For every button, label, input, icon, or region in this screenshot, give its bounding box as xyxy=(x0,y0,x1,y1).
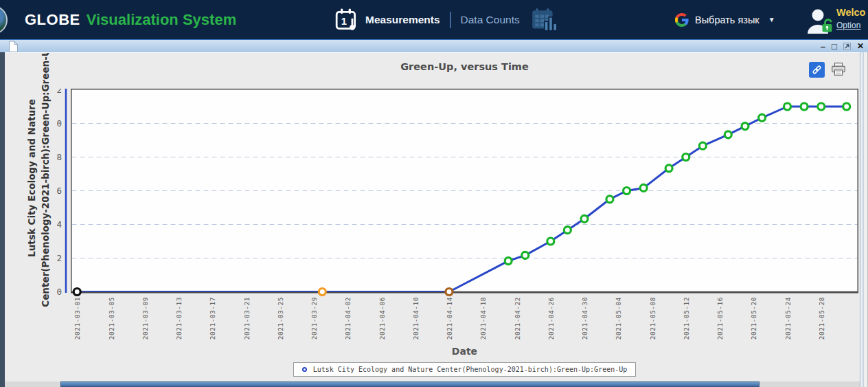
x-tick-label: 2021-03-01 xyxy=(73,297,81,340)
x-tick-label: 2021-03-05 xyxy=(108,297,115,340)
series-legend[interactable]: Lutsk City Ecology and Nature Center(Phe… xyxy=(293,362,637,377)
x-tick-label: 2021-04-02 xyxy=(344,297,352,340)
nav-item-data-counts-icon[interactable] xyxy=(529,7,558,33)
horizontal-scrollbar xyxy=(5,382,860,387)
x-axis-label: Date xyxy=(71,346,858,357)
welcome-text: Welco xyxy=(836,7,868,18)
options-link[interactable]: Option xyxy=(836,21,860,30)
language-label: Выбрать язык xyxy=(695,14,760,25)
left-edge-strip xyxy=(0,52,5,387)
avatar-unlocked-icon xyxy=(805,6,834,35)
nav-divider xyxy=(450,12,451,28)
svg-text:1: 1 xyxy=(341,16,347,27)
x-tick-label: 2021-05-12 xyxy=(683,297,690,340)
brand-product: Visualization System xyxy=(87,11,236,29)
data-point-marker[interactable] xyxy=(640,184,647,191)
y-tick-label: 24 xyxy=(57,219,62,230)
restore-window-icon[interactable] xyxy=(843,43,851,50)
data-point-marker[interactable] xyxy=(699,142,706,149)
minimize-button[interactable]: – xyxy=(821,40,825,53)
data-point-marker[interactable] xyxy=(446,289,453,296)
y-tick-label: 0 xyxy=(57,287,62,297)
data-point-marker[interactable] xyxy=(759,114,766,121)
data-point-marker[interactable] xyxy=(505,258,512,265)
y-axis-label: Lutsk City Ecology and Nature Center(Phe… xyxy=(25,52,52,371)
calendar-chart-icon xyxy=(529,7,558,33)
y-tick-label: 48 xyxy=(57,152,62,162)
nav-label-measurements: Measurements xyxy=(365,14,440,26)
x-tick-label: 2021-03-25 xyxy=(277,297,284,340)
page-icon xyxy=(8,41,19,53)
data-point-marker[interactable] xyxy=(564,227,571,234)
chart-title: Green-Up, versus Time xyxy=(71,61,858,72)
data-point-marker[interactable] xyxy=(665,165,672,172)
x-tick-label: 2021-04-10 xyxy=(412,297,420,340)
language-selector[interactable]: Выбрать язык ▼ xyxy=(675,0,775,39)
data-point-marker[interactable] xyxy=(624,188,630,195)
y-tick-label: 60 xyxy=(57,118,62,129)
data-point-marker[interactable] xyxy=(801,103,808,110)
globe-logo-icon xyxy=(0,5,8,34)
x-tick-label: 2021-04-18 xyxy=(479,297,487,340)
data-point-marker[interactable] xyxy=(724,131,731,138)
y-tick-label: 72 xyxy=(57,89,62,95)
data-point-marker[interactable] xyxy=(73,289,80,296)
horizontal-scrollbar-thumb[interactable] xyxy=(60,382,760,387)
chevron-down-icon: ▼ xyxy=(768,16,775,23)
x-tick-label: 2021-03-13 xyxy=(175,297,183,340)
x-tick-label: 2021-03-17 xyxy=(209,297,216,340)
x-tick-label: 2021-03-29 xyxy=(310,297,318,340)
main-nav: 1 Measurements Data Counts xyxy=(334,0,558,39)
x-tick-label: 2021-05-20 xyxy=(750,297,757,340)
x-tick-label: 2021-04-22 xyxy=(514,297,521,340)
app-header: GLOBE Visualization System 1 Measurement… xyxy=(0,0,868,39)
share-link-button[interactable] xyxy=(809,62,825,78)
x-tick-label: 2021-04-30 xyxy=(581,297,589,340)
chart-panel: Green-Up, versus Time Genus: Betula, Spe… xyxy=(5,52,860,382)
close-button[interactable]: ✕ xyxy=(857,40,864,53)
x-tick-label: 2021-05-04 xyxy=(615,297,622,340)
y-tick-label: 36 xyxy=(57,186,62,196)
window-titlebar: – □ ✕ xyxy=(0,39,868,52)
google-logo-icon xyxy=(675,13,689,27)
data-point-marker[interactable] xyxy=(683,154,689,161)
calendar-thermometer-icon: 1 xyxy=(334,8,359,32)
print-button[interactable] xyxy=(829,60,847,78)
plot-area: 01224364860722021-03-012021-03-052021-03… xyxy=(57,89,858,350)
y-tick-label: 12 xyxy=(57,253,62,263)
data-point-marker[interactable] xyxy=(843,103,850,110)
data-point-marker[interactable] xyxy=(784,103,791,110)
vertical-scrollbar-groove xyxy=(863,52,864,387)
x-tick-label: 2021-04-14 xyxy=(446,297,453,340)
maximize-button[interactable]: □ xyxy=(832,40,837,53)
data-point-marker[interactable] xyxy=(581,215,588,222)
data-point-marker[interactable] xyxy=(522,252,529,258)
printer-icon xyxy=(830,61,847,78)
series-legend-label: Lutsk City Ecology and Nature Center(Phe… xyxy=(313,366,628,373)
nav-label-data-counts: Data Counts xyxy=(461,14,520,26)
user-avatar[interactable] xyxy=(805,6,834,35)
data-point-marker[interactable] xyxy=(606,196,613,203)
link-icon xyxy=(811,64,823,76)
x-tick-label: 2021-04-06 xyxy=(378,297,386,340)
x-tick-label: 2021-05-16 xyxy=(716,297,724,340)
data-point-marker[interactable] xyxy=(742,123,749,130)
nav-item-data-counts[interactable]: Data Counts xyxy=(461,14,520,26)
vertical-scrollbar[interactable] xyxy=(860,52,868,387)
data-point-marker[interactable] xyxy=(818,103,825,110)
x-tick-label: 2021-03-09 xyxy=(141,297,149,340)
x-tick-label: 2021-05-08 xyxy=(649,297,656,340)
nav-item-measurements[interactable]: 1 Measurements xyxy=(334,8,440,32)
x-tick-label: 2021-05-24 xyxy=(784,297,792,340)
data-point-marker[interactable] xyxy=(319,289,326,296)
x-tick-label: 2021-05-28 xyxy=(818,297,825,340)
x-tick-label: 2021-03-21 xyxy=(243,297,251,340)
x-tick-label: 2021-04-26 xyxy=(547,297,555,340)
series-marker-icon xyxy=(302,367,307,372)
data-point-marker[interactable] xyxy=(547,238,554,245)
brand-globe: GLOBE xyxy=(25,11,80,29)
